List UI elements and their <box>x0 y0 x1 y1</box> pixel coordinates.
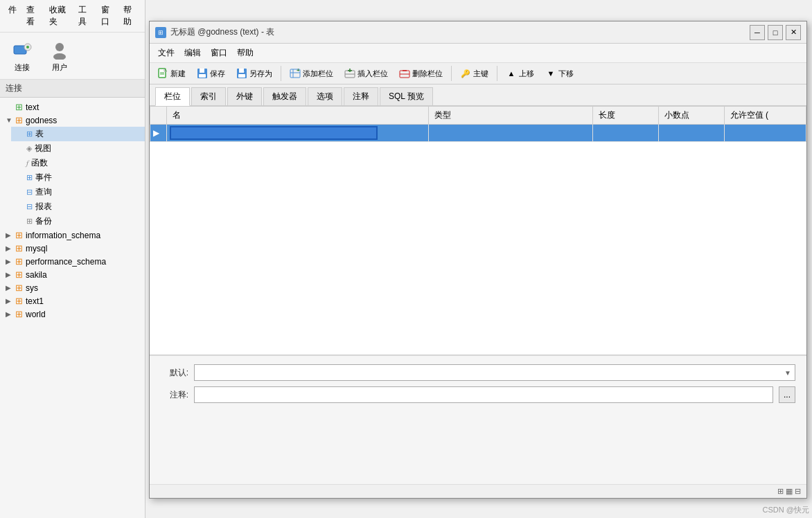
tab-foreignkeys[interactable]: 外键 <box>227 87 262 105</box>
sidebar-item-events[interactable]: ⊞ 事件 <box>11 170 145 185</box>
field-name-cell[interactable] <box>166 125 429 142</box>
connect-button[interactable]: 连接 <box>7 37 37 75</box>
sidebar-item-performance-schema[interactable]: ▶ ⊞ performance_schema <box>0 255 145 268</box>
sidebar-item-text[interactable]: ⊞ text <box>0 100 145 114</box>
modal-menu-help[interactable]: 帮助 <box>233 46 258 60</box>
sidebar-item-backups[interactable]: ⊞ 备份 <box>11 214 145 229</box>
addcol-label: 添加栏位 <box>303 69 333 79</box>
field-type-cell[interactable] <box>429 125 593 142</box>
saveas-button[interactable]: + 另存为 <box>231 65 277 82</box>
default-select[interactable] <box>194 364 795 381</box>
separator-2 <box>451 66 452 81</box>
tab-triggers[interactable]: 触发器 <box>263 87 306 105</box>
saveas-icon: + <box>236 68 247 79</box>
menu-view[interactable]: 查看 <box>22 3 44 29</box>
separator-1 <box>281 66 281 81</box>
tab-sql-preview[interactable]: SQL 预览 <box>380 87 433 105</box>
tab-comments[interactable]: 注释 <box>344 87 378 105</box>
col-type-header: 类型 <box>429 107 593 125</box>
svg-rect-16 <box>238 74 245 78</box>
db-icon-text1: ⊞ <box>15 296 23 306</box>
saveas-label: 另存为 <box>249 69 272 79</box>
field-nullable-cell[interactable] <box>724 125 806 142</box>
sidebar-item-information-schema[interactable]: ▶ ⊞ information_schema <box>0 229 145 242</box>
menu-favorites[interactable]: 收藏夹 <box>45 3 73 29</box>
field-length-cell[interactable] <box>593 125 659 142</box>
modal-menu-edit[interactable]: 编辑 <box>180 46 205 60</box>
backup-icon: ⊞ <box>26 217 33 226</box>
tree-label-perf: performance_schema <box>26 257 106 267</box>
modal-tabs: 栏位 索引 外键 触发器 选项 注释 SQL 预览 <box>150 84 806 106</box>
query-icon: ⊟ <box>26 188 33 197</box>
db-icon-text: ⊞ <box>15 102 23 112</box>
db-icon-world: ⊞ <box>15 309 23 319</box>
sidebar-item-queries[interactable]: ⊟ 查询 <box>11 185 145 199</box>
tab-fields[interactable]: 栏位 <box>155 87 190 106</box>
table-row[interactable]: ▶ <box>150 125 806 142</box>
modal-menu-file[interactable]: 文件 <box>154 46 179 60</box>
tree-label-reports: 报表 <box>35 201 52 213</box>
modal-title-text: 无标题 @godness (text) - 表 <box>170 26 274 38</box>
default-select-wrapper: ▼ <box>194 364 795 381</box>
inscol-label: 插入栏位 <box>358 69 388 79</box>
modal-menubar: 文件 编辑 窗口 帮助 <box>150 44 806 63</box>
tab-options[interactable]: 选项 <box>308 87 342 105</box>
sidebar-item-text1[interactable]: ▶ ⊞ text1 <box>0 294 145 307</box>
svg-point-2 <box>26 46 29 48</box>
addcol-button[interactable]: + 添加栏位 <box>285 65 338 82</box>
new-button[interactable]: 新建 <box>152 65 191 82</box>
save-button[interactable]: 保存 <box>192 65 230 82</box>
delcol-icon <box>399 68 410 79</box>
menu-window[interactable]: 窗口 <box>97 3 118 29</box>
maximize-button[interactable]: □ <box>768 25 783 40</box>
sidebar-item-world[interactable]: ▶ ⊞ world <box>0 307 145 321</box>
tab-indexes[interactable]: 索引 <box>191 87 226 105</box>
godness-children: ⊞ 表 ◈ 视图 𝑓 函数 ⊞ 事件 ⊟ 查询 <box>0 127 145 229</box>
close-button[interactable]: ✕ <box>786 25 801 40</box>
down-button[interactable]: ▼ 下移 <box>540 65 579 82</box>
user-label: 用户 <box>52 62 67 73</box>
comment-input[interactable] <box>194 386 773 403</box>
sidebar-item-functions[interactable]: 𝑓 函数 <box>11 156 145 170</box>
up-button[interactable]: ▲ 上移 <box>501 65 539 82</box>
menu-file[interactable]: 件 <box>4 3 21 29</box>
modal-menu-window[interactable]: 窗口 <box>206 46 231 60</box>
field-decimal-cell[interactable] <box>658 125 724 142</box>
table-icon: ⊞ <box>26 130 33 139</box>
sidebar-item-godness[interactable]: ▼ ⊞ godness <box>0 114 145 127</box>
col-name-header: 名 <box>166 107 429 125</box>
inscol-icon <box>344 68 355 79</box>
user-button[interactable]: 用户 <box>44 37 75 75</box>
sidebar-tree: ⊞ text ▼ ⊞ godness ⊞ 表 ◈ 视图 𝑓 函数 <box>0 98 145 323</box>
sidebar-item-tables[interactable]: ⊞ 表 <box>11 127 145 141</box>
tree-label-text1: text1 <box>26 296 44 306</box>
watermark: CSDN @快元 <box>763 505 809 515</box>
inscol-button[interactable]: 插入栏位 <box>339 65 393 82</box>
delcol-button[interactable]: 删除栏位 <box>394 65 448 82</box>
new-icon <box>157 68 168 79</box>
field-name-input[interactable] <box>170 126 378 140</box>
sidebar-item-sys[interactable]: ▶ ⊞ sys <box>0 281 145 294</box>
new-label: 新建 <box>170 69 186 79</box>
modal-title-icon: ⊞ <box>155 27 166 38</box>
tree-label-sys: sys <box>26 283 38 293</box>
col-marker-header <box>150 107 167 125</box>
svg-rect-12 <box>200 69 204 73</box>
table-content: 名 类型 长度 小数点 允许空值 ( ▶ <box>150 106 806 355</box>
comment-ellipsis-button[interactable]: ... <box>779 386 795 403</box>
key-button[interactable]: 🔑 主键 <box>455 65 493 82</box>
sidebar-item-views[interactable]: ◈ 视图 <box>11 141 145 156</box>
row-marker: ▶ <box>150 125 167 142</box>
sidebar-item-mysql[interactable]: ▶ ⊞ mysql <box>0 242 145 255</box>
tree-label-text: text <box>26 102 39 112</box>
outer-toolbar: 连接 用户 <box>0 33 145 80</box>
user-icon <box>48 39 71 61</box>
col-dec-header: 小数点 <box>658 107 724 125</box>
sidebar-item-sakila[interactable]: ▶ ⊞ sakila <box>0 268 145 281</box>
menu-help[interactable]: 帮助 <box>119 3 141 29</box>
minimize-button[interactable]: ─ <box>750 25 765 40</box>
modal-window: ⊞ 无标题 @godness (text) - 表 ─ □ ✕ 文件 编辑 窗口… <box>149 21 807 499</box>
menu-tools[interactable]: 工具 <box>74 3 96 29</box>
col-len-header: 长度 <box>593 107 659 125</box>
sidebar-item-reports[interactable]: ⊟ 报表 <box>11 199 145 214</box>
